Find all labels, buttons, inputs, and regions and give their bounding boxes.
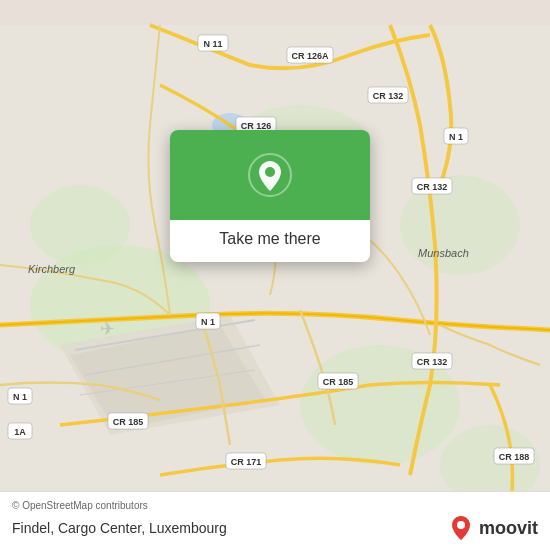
svg-point-45 <box>265 167 275 177</box>
svg-text:CR 132: CR 132 <box>417 182 448 192</box>
attribution-text: © OpenStreetMap contributors <box>12 500 538 511</box>
svg-text:N 11: N 11 <box>203 39 222 49</box>
svg-text:1A: 1A <box>14 427 26 437</box>
svg-point-2 <box>30 185 130 265</box>
popup-card: Take me there <box>170 130 370 262</box>
moovit-text: moovit <box>479 518 538 539</box>
svg-text:N 1: N 1 <box>201 317 215 327</box>
svg-point-46 <box>457 521 465 529</box>
svg-text:CR 185: CR 185 <box>323 377 354 387</box>
map-container: N 11 CR 126A CR 132 CR 126 N 1 CR 132 Ki… <box>0 0 550 550</box>
svg-text:CR 132: CR 132 <box>417 357 448 367</box>
take-me-there-button[interactable]: Take me there <box>186 230 354 248</box>
svg-text:Kirchberg: Kirchberg <box>28 263 76 275</box>
location-info: Findel, Cargo Center, Luxembourg moovit <box>12 514 538 542</box>
moovit-pin-icon <box>447 514 475 542</box>
svg-text:✈: ✈ <box>100 319 115 339</box>
popup-button-area: Take me there <box>170 220 370 262</box>
svg-text:CR 185: CR 185 <box>113 417 144 427</box>
svg-text:CR 171: CR 171 <box>231 457 262 467</box>
svg-text:N 1: N 1 <box>449 132 463 142</box>
svg-text:Munsbach: Munsbach <box>418 247 469 259</box>
moovit-logo: moovit <box>447 514 538 542</box>
location-text: Findel, Cargo Center, Luxembourg <box>12 520 227 536</box>
bottom-bar: © OpenStreetMap contributors Findel, Car… <box>0 491 550 550</box>
svg-text:N 1: N 1 <box>13 392 27 402</box>
map-background: N 11 CR 126A CR 132 CR 126 N 1 CR 132 Ki… <box>0 0 550 550</box>
svg-text:CR 188: CR 188 <box>499 452 530 462</box>
popup-green-area <box>170 130 370 220</box>
svg-text:CR 132: CR 132 <box>373 91 404 101</box>
svg-text:CR 126A: CR 126A <box>291 51 329 61</box>
location-pin-icon <box>248 153 292 197</box>
